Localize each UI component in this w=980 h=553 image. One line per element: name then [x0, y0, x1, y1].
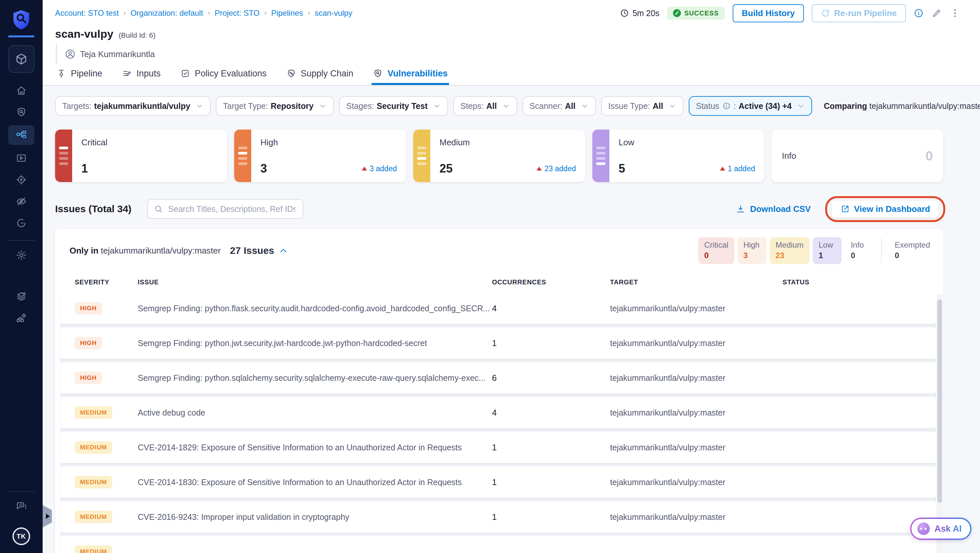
chip-info[interactable]: Info0: [845, 237, 874, 264]
scrollbar-thumb[interactable]: [937, 299, 942, 503]
filter-targets[interactable]: Targets:tejakummarikuntla/vulpy: [55, 96, 210, 116]
search-input[interactable]: [167, 204, 297, 215]
get-started-icon: [16, 218, 27, 229]
severity-card-critical[interactable]: Critical1: [55, 130, 227, 182]
sidebar-item-get-started[interactable]: [8, 215, 35, 232]
occurrences-count: 1: [492, 442, 610, 453]
severity-card-count: 1: [81, 162, 88, 175]
severity-cards: Critical1High33 addedMedium2523 addedLow…: [55, 130, 943, 182]
filter-scanner[interactable]: Scanner:All: [522, 96, 596, 116]
breadcrumb-item[interactable]: Project: STO: [215, 8, 259, 18]
issues-table: HIGHSemgrep Finding: python.flask.securi…: [60, 292, 936, 553]
filter-label: Stages:: [346, 101, 374, 111]
chip-medium[interactable]: Medium23: [770, 237, 810, 264]
pipeline-info-button[interactable]: [914, 8, 924, 18]
table-row[interactable]: HIGHSemgrep Finding: python.sqlalchemy.s…: [60, 362, 936, 394]
severity-card-bottom: 33 added: [261, 162, 397, 175]
sidebar-item-targets[interactable]: [8, 171, 35, 188]
module-selector-button[interactable]: [8, 45, 35, 73]
tab-pipeline[interactable]: Pipeline: [55, 64, 103, 85]
sidebar-item-exemptions[interactable]: [8, 193, 35, 210]
tab-label: Supply Chain: [301, 68, 353, 79]
chip-label: High: [743, 240, 760, 249]
tab-vulnerabilities[interactable]: Vulnerabilities: [372, 64, 449, 85]
breadcrumb-item[interactable]: Pipelines: [271, 8, 303, 18]
filter-value: Repository: [270, 101, 313, 111]
content: Targets:tejakummarikuntla/vulpyTarget Ty…: [43, 86, 980, 553]
chip-count: 0: [704, 251, 728, 260]
sidebar-item-overview[interactable]: [8, 104, 35, 121]
more-options-button[interactable]: [950, 8, 960, 18]
info-icon: [722, 102, 730, 110]
annotation-highlight-ring: View in Dashboard: [825, 196, 945, 222]
edit-pipeline-button[interactable]: [931, 8, 942, 18]
filter-status[interactable]: Status: Active (34) +4: [689, 96, 812, 116]
chip-exempted[interactable]: Exempted0: [889, 237, 936, 264]
tab-policy-evaluations[interactable]: Policy Evaluations: [179, 64, 268, 85]
sidebar-item-settings[interactable]: [8, 247, 35, 264]
sidebar-item-home[interactable]: [8, 82, 35, 99]
table-row[interactable]: MEDIUMActive debug code4tejakummarikuntl…: [60, 397, 936, 428]
breadcrumb-item[interactable]: Account: STO test: [55, 8, 119, 18]
download-csv-button[interactable]: Download CSV: [736, 204, 811, 214]
pencil-icon: [931, 8, 942, 18]
severity-card-label: Medium: [439, 137, 576, 148]
comparing-label: Comparing: [824, 101, 867, 111]
tab-label: Vulnerabilities: [387, 68, 448, 79]
exemptions-icon: [16, 196, 27, 207]
severity-card-low[interactable]: Low51 added: [592, 130, 764, 182]
filter-steps[interactable]: Steps:All: [453, 96, 517, 116]
severity-card-high[interactable]: High33 added: [234, 130, 406, 182]
breadcrumb-separator: ›: [123, 9, 126, 17]
filter-label: Targets:: [62, 101, 92, 111]
table-row[interactable]: HIGHSemgrep Finding: python.flask.securi…: [60, 292, 936, 324]
table-row[interactable]: HIGHSemgrep Finding: python.jwt.security…: [60, 327, 936, 359]
issue-group-header: Only in tejakummarikuntla/vulpy:master 2…: [55, 237, 943, 264]
severity-gauge-icon: [234, 130, 251, 182]
tab-supply-chain[interactable]: Supply Chain: [285, 64, 355, 85]
table-row[interactable]: MEDIUMCVE-2016-9243: Improper input vali…: [60, 501, 936, 533]
sidebar-bottom: TK: [0, 488, 43, 553]
build-history-button[interactable]: Build History: [733, 4, 804, 22]
added-count: 3 added: [362, 164, 397, 173]
rerun-pipeline-button[interactable]: Re-run Pipeline: [812, 4, 906, 22]
chip-high[interactable]: High3: [738, 237, 767, 264]
severity-card-count: 5: [619, 162, 625, 175]
chip-count: 23: [776, 251, 803, 260]
user-avatar[interactable]: TK: [13, 528, 30, 545]
build-duration: 5m 20s: [620, 8, 659, 18]
chip-label: Critical: [704, 240, 728, 249]
issue-title: Semgrep Finding: python.sqlalchemy.secur…: [138, 373, 492, 383]
table-row[interactable]: MEDIUMCVE-2014-1829: Exposure of Sensiti…: [60, 432, 936, 463]
sidebar-item-help[interactable]: [8, 498, 35, 515]
sidebar-item-org-settings[interactable]: [8, 310, 35, 327]
breadcrumb-item[interactable]: scan-vulpy: [315, 8, 352, 18]
filter-bar: Targets:tejakummarikuntla/vulpyTarget Ty…: [55, 96, 943, 116]
tab-inputs[interactable]: Inputs: [121, 64, 162, 85]
filter-issuetype[interactable]: Issue Type:All: [601, 96, 684, 116]
breadcrumb-separator: ›: [208, 9, 210, 17]
chip-low[interactable]: Low1: [813, 237, 842, 264]
view-in-dashboard-button[interactable]: View in Dashboard: [832, 201, 939, 218]
filter-label: Target Type:: [223, 101, 268, 111]
added-label: 23 added: [544, 164, 576, 173]
filter-stages[interactable]: Stages:Security Test: [339, 96, 448, 116]
occurrences-count: 4: [492, 304, 610, 313]
severity-card-medium[interactable]: Medium2523 added: [413, 130, 585, 182]
breadcrumb-item[interactable]: Organization: default: [130, 8, 203, 18]
issues-header: Issues (Total 34) Download CSV View in D…: [55, 199, 943, 219]
sidebar-item-executions[interactable]: [8, 149, 35, 167]
table-row[interactable]: MEDIUMCVE-2014-1830: Exposure of Sensiti…: [60, 466, 936, 498]
collapse-group-button[interactable]: [278, 245, 289, 256]
sidebar-item-pipelines[interactable]: [8, 125, 35, 145]
chip-critical[interactable]: Critical0: [698, 237, 734, 264]
executions-icon: [16, 153, 27, 164]
ask-ai-button[interactable]: Ask AI: [910, 518, 972, 540]
table-row[interactable]: MEDIUM: [60, 536, 936, 553]
ai-robot-icon: [917, 523, 930, 535]
clock-icon: [620, 8, 629, 18]
filter-targettype[interactable]: Target Type:Repository: [216, 96, 334, 116]
help-chat-icon: [16, 501, 27, 512]
sidebar-item-default-settings[interactable]: [8, 288, 35, 305]
severity-card-info[interactable]: Info0: [772, 130, 943, 182]
